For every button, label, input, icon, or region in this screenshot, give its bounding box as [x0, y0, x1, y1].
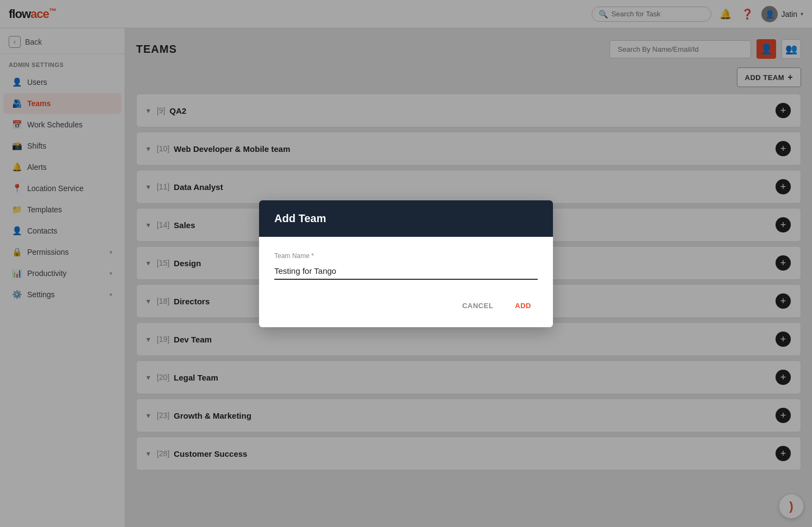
modal-body: Team Name * [259, 237, 553, 289]
modal-title: Add Team [274, 212, 538, 225]
add-team-modal: Add Team Team Name * CANCEL ADD [259, 200, 553, 327]
modal-overlay[interactable]: Add Team Team Name * CANCEL ADD [0, 0, 812, 527]
modal-header: Add Team [259, 200, 553, 237]
add-button[interactable]: ADD [508, 297, 538, 314]
modal-footer: CANCEL ADD [259, 289, 553, 327]
team-name-label: Team Name * [274, 252, 538, 260]
cancel-button[interactable]: CANCEL [456, 297, 500, 314]
team-name-input[interactable] [274, 263, 538, 280]
